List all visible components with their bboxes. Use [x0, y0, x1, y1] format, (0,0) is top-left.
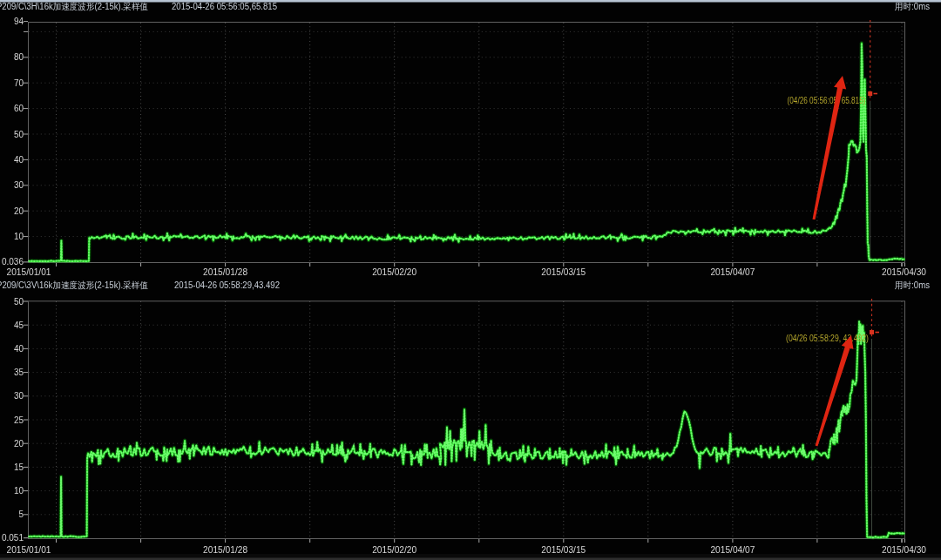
svg-text:2015/03/15: 2015/03/15	[541, 545, 586, 555]
svg-text:用时:0ms: 用时:0ms	[895, 2, 930, 11]
svg-text:2015-04-26 05:58:29,43.492: 2015-04-26 05:58:29,43.492	[174, 280, 280, 290]
svg-text:2015/01/28: 2015/01/28	[203, 545, 247, 555]
svg-text:2015/01/01: 2015/01/01	[7, 267, 51, 277]
svg-text:50: 50	[14, 297, 24, 307]
svg-text:10: 10	[14, 232, 24, 241]
svg-text:25: 25	[14, 415, 24, 425]
svg-text:2015/03/15: 2015/03/15	[541, 267, 586, 277]
svg-text:2015/01/01: 2015/01/01	[7, 545, 51, 555]
svg-text:10: 10	[14, 486, 24, 496]
svg-text:2015/04/30: 2015/04/30	[882, 545, 926, 555]
svg-text:40: 40	[14, 344, 24, 354]
svg-text:20: 20	[14, 206, 24, 216]
svg-text:2015/04/30: 2015/04/30	[882, 267, 926, 277]
svg-text:0.036: 0.036	[2, 257, 24, 267]
svg-text:2015/04/07: 2015/04/07	[710, 267, 755, 277]
svg-text:5: 5	[18, 509, 24, 519]
svg-text:P209/C\3V\16k加速度波形(2-15k).采样值: P209/C\3V\16k加速度波形(2-15k).采样值	[0, 280, 148, 290]
svg-text:70: 70	[14, 78, 24, 88]
svg-text:2015/01/28: 2015/01/28	[203, 267, 247, 277]
svg-text:2015/02/20: 2015/02/20	[372, 545, 416, 555]
svg-text:80: 80	[14, 52, 24, 62]
svg-text:30: 30	[14, 180, 24, 190]
svg-text:用时:0ms: 用时:0ms	[895, 280, 930, 290]
svg-text:94: 94	[14, 17, 24, 26]
svg-text:0.051: 0.051	[2, 533, 24, 543]
svg-text:20: 20	[14, 439, 24, 449]
svg-text:15: 15	[14, 462, 24, 472]
svg-text:60: 60	[14, 104, 24, 113]
svg-text:50: 50	[14, 130, 24, 139]
svg-text:(04/26 05:56:05, 65.815): (04/26 05:56:05, 65.815)	[788, 96, 866, 105]
svg-text:35: 35	[14, 368, 24, 377]
svg-text:2015/02/20: 2015/02/20	[372, 267, 416, 277]
svg-text:2015/04/07: 2015/04/07	[710, 545, 755, 555]
svg-text:40: 40	[14, 155, 24, 165]
svg-text:30: 30	[14, 391, 24, 401]
svg-text:(04/26 05:58:29, 43.492): (04/26 05:58:29, 43.492)	[786, 334, 869, 343]
svg-text:45: 45	[14, 320, 24, 330]
svg-text:2015-04-26 05:56:05,65.815: 2015-04-26 05:56:05,65.815	[172, 2, 277, 11]
svg-text:P209/C\3H\16k加速度波形(2-15k).采样值: P209/C\3H\16k加速度波形(2-15k).采样值	[0, 2, 148, 11]
